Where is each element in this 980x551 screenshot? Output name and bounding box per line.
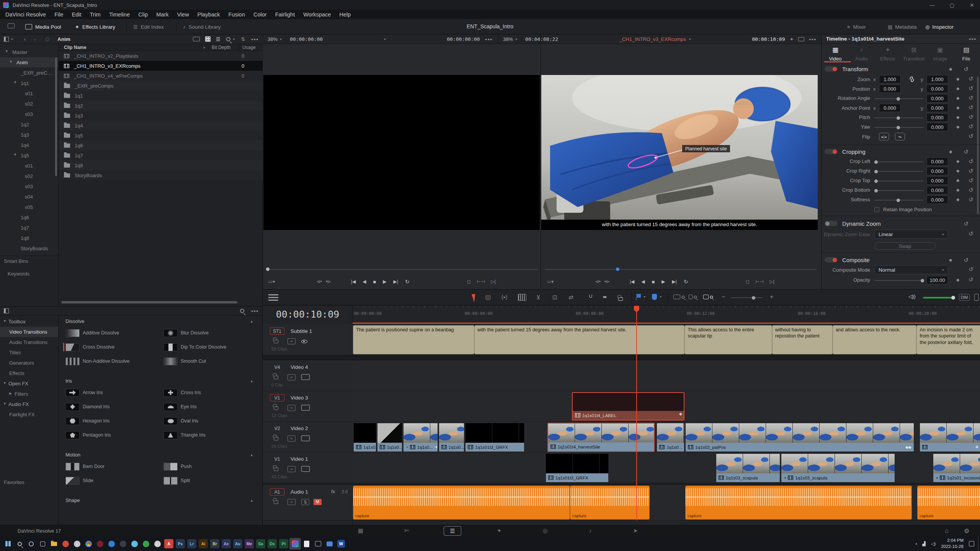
bin-tree-item-1q3[interactable]: 1q3 (0, 130, 58, 140)
anchor-keyframe-icon[interactable]: ◆ (956, 105, 959, 110)
pitch-keyframe-icon[interactable]: ◆ (956, 115, 959, 120)
softness-slider[interactable] (874, 200, 923, 201)
transition-blur-dissolve[interactable]: Blur Dissolve (163, 327, 259, 339)
menu-color[interactable]: Color (253, 11, 267, 18)
transition-oval-iris[interactable]: Oval Iris (163, 415, 259, 427)
cropping-keyframe-icon[interactable]: ◆ (949, 149, 952, 154)
menu-file[interactable]: File (54, 11, 63, 18)
settings-gear-icon[interactable]: ⚙ (964, 527, 969, 535)
v2-clip-1q1s0...[interactable]: 1q1s0...✦ (439, 423, 465, 452)
subtitle-clip[interactable]: and allows access to the neck. (833, 326, 916, 354)
auto-select-icon[interactable]: ‹› (287, 499, 296, 505)
menu-clip[interactable]: Clip (138, 11, 148, 18)
crop-top-slider[interactable] (874, 181, 923, 181)
bin-tree-item-1q4[interactable]: 1q4 (0, 140, 58, 150)
composite-keyframe-icon[interactable]: ◆ (949, 258, 952, 262)
subtitle-clip[interactable]: An incision is made 2 cm from the superi… (917, 326, 980, 354)
close-button[interactable]: ✕ (964, 2, 980, 8)
track-badge[interactable]: V4 (270, 364, 284, 371)
track-badge[interactable]: V1 (270, 394, 284, 401)
zoom-reset-icon[interactable]: ↺ (969, 76, 973, 82)
effects-nav-toolbox[interactable]: ▼Toolbox (0, 316, 58, 327)
clip-row-1q1[interactable]: 1q1 (59, 91, 263, 101)
resolve-fx-icon[interactable]: ✦ (789, 36, 794, 42)
media-pool-button[interactable]: Media Pool (25, 21, 61, 32)
taskbar-app-tile-sa-8[interactable]: Sa (255, 538, 266, 549)
marker-chevron-icon[interactable]: ▾ (660, 295, 662, 298)
dim-button[interactable]: DIM (959, 294, 970, 301)
position-x-input[interactable]: 0.000 (879, 85, 901, 93)
crop-bottom-reset-icon[interactable]: ↺ (969, 187, 973, 194)
flip-vertical-button[interactable]: ▾▴ (895, 133, 905, 140)
taskbar-app-app-7[interactable] (117, 538, 129, 549)
right-viewer-step-back-button[interactable]: ◀ (641, 279, 645, 284)
left-viewer-go-to-start-button[interactable]: |◀ (351, 279, 356, 284)
bin-tree-item-s04[interactable]: s04 (0, 192, 58, 202)
slider-dot[interactable] (874, 160, 878, 164)
subtitle-clip[interactable]: with the patient turned 15 degrees away … (475, 326, 684, 354)
clip-row-_exr_precomps[interactable]: _EXR_preComps (59, 81, 263, 91)
tab-effects[interactable]: ✦Effects (875, 46, 900, 62)
track-lock-icon[interactable] (274, 404, 278, 411)
clip-row-_ch1_intro_v2_playblasts[interactable]: _CH1_INTRO_v2_Playblasts0 (59, 51, 263, 61)
taskbar-app-tile-au-6[interactable]: Au (232, 538, 243, 549)
rotation-slider[interactable] (874, 98, 923, 99)
v1-clip-1q1s01t3_grfx[interactable]: 1q1s01t3_GRFX (546, 453, 609, 483)
page-media[interactable]: ▦ (352, 526, 369, 536)
bin-tree-item-1q1[interactable]: ▼1q1 (0, 78, 58, 88)
card-view-icon[interactable] (193, 37, 200, 41)
menu-workspace[interactable]: Workspace (303, 11, 331, 18)
speaker-icon[interactable]: ◁)) (908, 293, 916, 299)
project-manager-icon[interactable]: ⌂ (945, 527, 949, 534)
position-reset-icon[interactable]: ↺ (969, 85, 973, 91)
crop-top-keyframe-icon[interactable]: ◆ (956, 178, 959, 183)
anchor-y-input[interactable]: 0.000 (926, 104, 948, 112)
taskbar-search-icon[interactable] (14, 538, 25, 549)
trim-edit-mode-tool[interactable]: ⟨|⟩ (485, 294, 491, 301)
yaw-reset-icon[interactable]: ↺ (969, 124, 973, 129)
left-viewer-mark-in-out-button[interactable]: ⊢⊣ (477, 279, 485, 284)
track-badge[interactable]: ST1 (270, 328, 284, 335)
left-viewer-go-to-end-button[interactable]: ▶| (394, 279, 398, 284)
v1-clip-1q1s03_scapula[interactable]: ◑1q1s03_scapula (781, 453, 895, 483)
bin-tree-item-s01[interactable]: s01 (0, 88, 58, 98)
slider-dot[interactable] (874, 179, 878, 183)
crop-left-slider[interactable] (874, 161, 923, 162)
rotation-reset-icon[interactable]: ↺ (969, 95, 973, 101)
auto-select-icon[interactable]: ‹› (287, 466, 296, 472)
taskbar-app-tile-ps-1[interactable]: Ps (175, 538, 186, 549)
zoom-link-icon[interactable] (909, 76, 915, 82)
taskbar-app-tile-me-7[interactable]: Me (243, 538, 255, 549)
right-viewer-loop-button[interactable]: ↻ (684, 279, 688, 285)
zoom-custom-icon[interactable] (703, 295, 714, 299)
clip-row-storyboards[interactable]: StoryBoards (59, 170, 263, 180)
clip-list-hscrollbar[interactable] (61, 301, 237, 303)
metadata-button[interactable]: ▤ Metadata (888, 21, 917, 32)
effects-sidebar-toggle[interactable] (4, 308, 9, 313)
effects-library-button[interactable]: ✦ Effects Library (75, 21, 115, 32)
clip-row-1q6[interactable]: 1q6 (59, 140, 263, 150)
right-viewer-duration[interactable]: 00:04:08:22 (525, 36, 558, 42)
section-header-dissolve[interactable]: Dissolve▲ (65, 316, 257, 326)
swap-button[interactable]: Swap (874, 242, 936, 250)
transition-dip-to-color-dissolve[interactable]: Dip To Color Dissolve (163, 341, 259, 353)
effects-options-icon[interactable]: ••• (251, 308, 259, 314)
taskbar-app-tile-br-4[interactable]: Br (209, 538, 220, 549)
taskbar-app-app-9[interactable] (140, 538, 152, 549)
yaw-input[interactable]: 0.000 (926, 123, 948, 131)
taskbar-app-app-8[interactable] (129, 538, 140, 549)
overwrite-clip-button[interactable]: ⊡ (552, 294, 557, 301)
effects-nav-titles[interactable]: Titles (0, 347, 58, 358)
crop-left-keyframe-icon[interactable]: ◆ (956, 159, 959, 164)
cropping-reset-icon[interactable]: ↺ (964, 149, 969, 155)
transition-cross-iris[interactable]: Cross Iris (163, 387, 259, 398)
auto-select-icon[interactable]: ‹› (287, 338, 296, 344)
opacity-reset-icon[interactable]: ↺ (969, 277, 973, 282)
transition-cross-dissolve[interactable]: Cross Dissolve (65, 341, 161, 353)
replace-clip-button[interactable]: ⇄ (568, 294, 573, 301)
track-lane-video4[interactable] (352, 360, 980, 391)
composite-toggle[interactable] (825, 257, 838, 262)
v2-clip-1q1s02_patpos[interactable]: 1q1s02_patPos◆◆ (685, 423, 914, 452)
list-view-icon[interactable]: ☰ (216, 36, 220, 42)
track-enable-icon[interactable] (301, 435, 310, 441)
